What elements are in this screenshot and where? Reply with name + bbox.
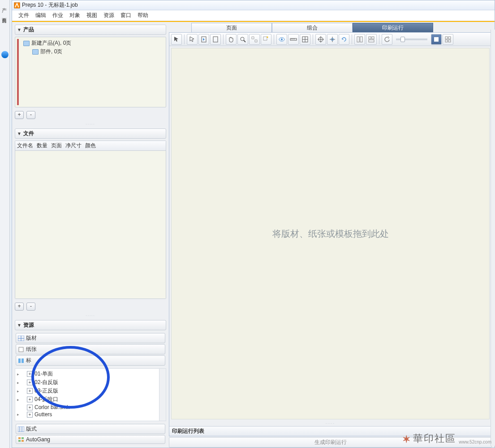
- canvas-hint: 将版材、纸张或模板拖到此处: [272, 228, 389, 240]
- svg-rect-20: [263, 37, 267, 40]
- tree-item[interactable]: ▸+01-单面: [15, 370, 166, 378]
- menu-bar: 文件 编辑 作业 对象 视图 资源 窗口 帮助: [12, 10, 495, 21]
- tree-item[interactable]: ▸+04-反咬口: [15, 395, 166, 404]
- tree-item[interactable]: ▸+03-正反版: [15, 387, 166, 395]
- pointer-tool-button[interactable]: [171, 34, 182, 45]
- file-table-body[interactable]: [15, 151, 166, 299]
- col-trim[interactable]: 净尺寸: [65, 142, 82, 149]
- product-remove-button[interactable]: -: [26, 111, 35, 119]
- splitter-handle[interactable]: ·····: [15, 122, 166, 127]
- zoom-slider[interactable]: [396, 38, 427, 40]
- expand-icon[interactable]: +: [27, 412, 33, 418]
- res-tab-stock[interactable]: 版材: [16, 333, 165, 343]
- section-resources-label: 资源: [23, 321, 34, 329]
- menu-resource[interactable]: 资源: [101, 11, 117, 20]
- col-filename[interactable]: 文件名: [17, 142, 33, 149]
- marquee-new-button[interactable]: [261, 34, 271, 45]
- page-fit-button[interactable]: [198, 34, 209, 45]
- main-tabs: 页面 组合 印刷运行: [191, 23, 492, 33]
- slider-thumb[interactable]: [400, 37, 405, 42]
- canvas[interactable]: 将版材、纸张或模板拖到此处: [171, 48, 490, 419]
- res-tab-layout[interactable]: 版式: [16, 424, 165, 434]
- tree-item[interactable]: +Corlor bar.smk: [15, 404, 166, 411]
- splitter-handle[interactable]: ·····: [169, 421, 491, 426]
- ruler-button[interactable]: [288, 34, 299, 45]
- menu-object[interactable]: 对象: [67, 11, 83, 20]
- file-add-button[interactable]: +: [15, 303, 24, 311]
- crosshair-button[interactable]: [315, 34, 326, 45]
- tree-item[interactable]: ▸+Gutters: [15, 411, 166, 418]
- res-tab-autogang[interactable]: AutoGang: [16, 435, 165, 444]
- section-files[interactable]: ▼ 文件: [15, 128, 166, 139]
- rotate-button[interactable]: [382, 34, 392, 45]
- svg-rect-4: [19, 347, 23, 352]
- menu-file[interactable]: 文件: [16, 11, 32, 20]
- marquee-select-button[interactable]: [249, 34, 260, 45]
- col-color[interactable]: 颜色: [85, 142, 96, 149]
- center-button[interactable]: [327, 34, 338, 45]
- refresh-button[interactable]: [339, 34, 349, 45]
- globe-icon[interactable]: [1, 51, 9, 58]
- section-product[interactable]: ▼ 产品: [15, 25, 166, 35]
- view-grid-button[interactable]: [443, 34, 453, 45]
- tab-combo[interactable]: 组合: [272, 23, 353, 33]
- paper-icon: [18, 347, 24, 352]
- expand-icon[interactable]: +: [27, 405, 33, 410]
- res-tab-layout-label: 版式: [26, 425, 37, 433]
- right-panel: 页面 组合 印刷运行: [169, 22, 495, 448]
- select-tool-button[interactable]: [187, 34, 198, 45]
- menu-edit[interactable]: 编辑: [33, 11, 49, 20]
- preview-button[interactable]: [276, 34, 287, 45]
- res-tab-paper-label: 纸张: [26, 346, 37, 353]
- edge-tab-1[interactable]: 产: [0, 2, 9, 5]
- menu-job[interactable]: 作业: [50, 11, 66, 20]
- menu-window[interactable]: 窗口: [118, 11, 134, 20]
- file-remove-button[interactable]: -: [26, 303, 35, 311]
- expand-icon[interactable]: +: [27, 388, 33, 394]
- splitter-handle[interactable]: ·····: [15, 313, 166, 318]
- product-add-button[interactable]: +: [15, 111, 24, 119]
- expand-icon[interactable]: +: [27, 371, 33, 377]
- svg-rect-44: [445, 40, 448, 42]
- grid-button[interactable]: [300, 34, 310, 45]
- product-root-label: 新建产品(A), 0页: [31, 39, 71, 47]
- edge-tab-2[interactable]: 当前页: [0, 13, 9, 16]
- tree-item-label: Gutters: [34, 411, 52, 418]
- section-product-label: 产品: [23, 26, 34, 34]
- scrollbar[interactable]: [159, 369, 166, 421]
- col-pages[interactable]: 页面: [51, 142, 62, 149]
- chevron-right-icon: ▸: [17, 389, 21, 393]
- right-edge-panel[interactable]: [491, 30, 495, 446]
- left-panel: ▼ 产品 新建产品(A), 0页 部件, 0页 + -: [12, 22, 169, 448]
- product-part[interactable]: 部件, 0页: [32, 47, 71, 56]
- chevron-right-icon: ▸: [17, 372, 21, 376]
- res-tab-paper[interactable]: 纸张: [16, 344, 165, 354]
- product-root[interactable]: 新建产品(A), 0页: [23, 39, 71, 47]
- product-part-label: 部件, 0页: [40, 48, 62, 55]
- expand-icon[interactable]: +: [27, 397, 33, 402]
- menu-help[interactable]: 帮助: [135, 11, 151, 20]
- mark-icon: [18, 358, 24, 363]
- res-tab-mark[interactable]: 标: [16, 355, 165, 366]
- tree-item[interactable]: ▸+02-自反版: [15, 378, 166, 387]
- page-actual-button[interactable]: [210, 34, 221, 45]
- tab-pressrun[interactable]: 印刷运行: [353, 23, 433, 33]
- layout-2-button[interactable]: [366, 34, 377, 45]
- hand-tool-button[interactable]: [226, 34, 237, 45]
- svg-rect-23: [290, 38, 297, 40]
- chevron-down-icon: ▼: [17, 323, 22, 328]
- section-resources[interactable]: ▼ 资源: [15, 320, 166, 330]
- view-single-button[interactable]: [431, 34, 442, 45]
- svg-rect-10: [18, 437, 21, 439]
- tab-pages[interactable]: 页面: [191, 23, 272, 33]
- expand-icon[interactable]: +: [27, 380, 33, 385]
- layout-1-button[interactable]: [354, 34, 365, 45]
- svg-rect-7: [18, 427, 24, 432]
- menu-view[interactable]: 视图: [84, 11, 100, 20]
- grid-icon: [18, 336, 24, 341]
- svg-rect-39: [372, 37, 374, 39]
- tree-item-label: 02-自反版: [34, 379, 58, 386]
- col-count[interactable]: 数量: [37, 142, 47, 149]
- zoom-tool-button[interactable]: [237, 34, 248, 45]
- svg-rect-11: [22, 437, 24, 439]
